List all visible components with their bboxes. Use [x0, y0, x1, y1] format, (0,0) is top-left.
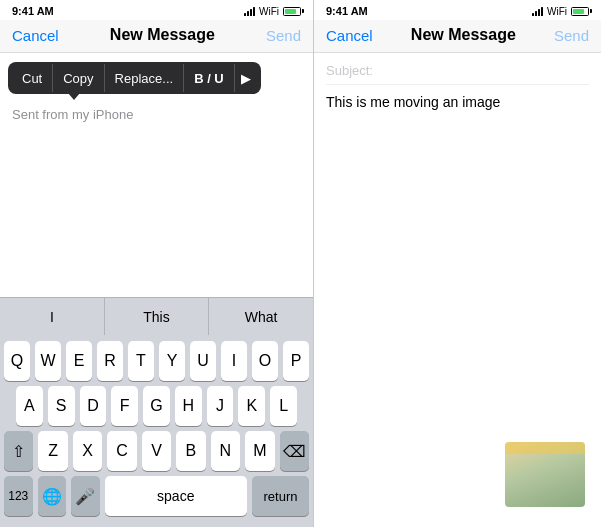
key-X[interactable]: X: [73, 431, 102, 471]
right-wifi-icon: WiFi: [547, 6, 567, 17]
key-O[interactable]: O: [252, 341, 278, 381]
battery-icon: [283, 7, 301, 16]
replace-button[interactable]: Replace...: [105, 64, 185, 92]
subject-row[interactable]: Subject:: [326, 63, 589, 85]
right-compose-area[interactable]: Subject: This is me moving an image: [314, 53, 601, 527]
keyboard-row-2: A S D F G H J K L: [4, 386, 309, 426]
backspace-key[interactable]: ⌫: [280, 431, 309, 471]
right-time: 9:41 AM: [326, 5, 368, 17]
key-C[interactable]: C: [107, 431, 136, 471]
context-menu-more-arrow[interactable]: ▶: [235, 64, 257, 92]
predictive-item-0[interactable]: I: [0, 298, 105, 335]
left-nav-bar: Cancel New Message Send: [0, 20, 313, 53]
keyboard-bottom-row: 123 🌐 🎤 space return: [4, 476, 309, 516]
left-cancel-button[interactable]: Cancel: [12, 27, 59, 44]
left-phone-panel: 9:41 AM WiFi Cancel New Message Send Cut…: [0, 0, 314, 527]
sent-from-label: Sent from my iPhone: [12, 107, 301, 122]
predictive-item-1[interactable]: This: [105, 298, 210, 335]
cut-button[interactable]: Cut: [12, 64, 53, 92]
key-G[interactable]: G: [143, 386, 170, 426]
key-Y[interactable]: Y: [159, 341, 185, 381]
context-menu: Cut Copy Replace... B / U ▶: [8, 62, 261, 94]
globe-key[interactable]: 🌐: [38, 476, 67, 516]
mic-key[interactable]: 🎤: [71, 476, 100, 516]
predictive-text-bar: I This What: [0, 297, 313, 335]
right-nav-title: New Message: [411, 26, 516, 44]
right-cancel-button[interactable]: Cancel: [326, 27, 373, 44]
subject-label: Subject:: [326, 63, 373, 78]
keyboard-row-3: ⇧ Z X C V B N M ⌫: [4, 431, 309, 471]
key-K[interactable]: K: [238, 386, 265, 426]
key-Q[interactable]: Q: [4, 341, 30, 381]
shift-key[interactable]: ⇧: [4, 431, 33, 471]
return-key[interactable]: return: [252, 476, 309, 516]
key-F[interactable]: F: [111, 386, 138, 426]
copy-button[interactable]: Copy: [53, 64, 104, 92]
key-R[interactable]: R: [97, 341, 123, 381]
numbers-key[interactable]: 123: [4, 476, 33, 516]
right-send-button[interactable]: Send: [554, 27, 589, 44]
key-E[interactable]: E: [66, 341, 92, 381]
key-A[interactable]: A: [16, 386, 43, 426]
key-U[interactable]: U: [190, 341, 216, 381]
key-J[interactable]: J: [207, 386, 234, 426]
key-V[interactable]: V: [142, 431, 171, 471]
space-key[interactable]: space: [105, 476, 248, 516]
keyboard: Q W E R T Y U I O P A S D F G H J K L ⇧ …: [0, 335, 313, 527]
right-status-bar: 9:41 AM WiFi: [314, 0, 601, 20]
wifi-icon: WiFi: [259, 6, 279, 17]
right-status-icons: WiFi: [532, 6, 589, 17]
key-T[interactable]: T: [128, 341, 154, 381]
left-status-icons: WiFi: [244, 6, 301, 17]
key-M[interactable]: M: [245, 431, 274, 471]
right-battery-icon: [571, 7, 589, 16]
keyboard-row-1: Q W E R T Y U I O P: [4, 341, 309, 381]
left-status-bar: 9:41 AM WiFi: [0, 0, 313, 20]
key-H[interactable]: H: [175, 386, 202, 426]
left-nav-title: New Message: [110, 26, 215, 44]
image-attachment-thumbnail[interactable]: [505, 442, 585, 507]
key-W[interactable]: W: [35, 341, 61, 381]
left-time: 9:41 AM: [12, 5, 54, 17]
left-send-button[interactable]: Send: [266, 27, 301, 44]
key-I[interactable]: I: [221, 341, 247, 381]
right-signal-icon: [532, 6, 543, 16]
thumbnail-overlay: [505, 442, 585, 454]
key-B[interactable]: B: [176, 431, 205, 471]
bold-italic-underline-button[interactable]: B / U: [184, 64, 235, 92]
key-L[interactable]: L: [270, 386, 297, 426]
right-nav-bar: Cancel New Message Send: [314, 20, 601, 53]
right-message-text: This is me moving an image: [326, 93, 589, 113]
key-Z[interactable]: Z: [38, 431, 67, 471]
key-S[interactable]: S: [48, 386, 75, 426]
key-D[interactable]: D: [80, 386, 107, 426]
key-P[interactable]: P: [283, 341, 309, 381]
thumbnail-image: [505, 442, 585, 507]
key-N[interactable]: N: [211, 431, 240, 471]
signal-icon: [244, 6, 255, 16]
predictive-item-2[interactable]: What: [209, 298, 313, 335]
right-phone-panel: 9:41 AM WiFi Cancel New Message Send Sub…: [314, 0, 601, 527]
